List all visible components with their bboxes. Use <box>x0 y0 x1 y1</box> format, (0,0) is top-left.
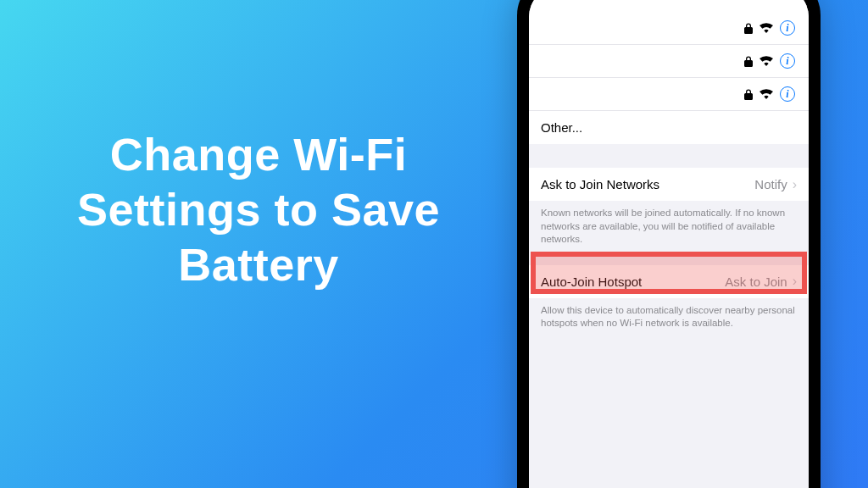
network-icons: i <box>744 86 797 102</box>
ask-join-footer: Known networks will be joined automatica… <box>529 201 809 255</box>
network-list-section: i i <box>529 0 809 144</box>
network-icons: i <box>744 53 797 69</box>
auto-hotspot-footer: Allow this device to automatically disco… <box>529 298 809 339</box>
auto-hotspot-value: Ask to Join <box>725 274 787 289</box>
info-icon[interactable]: i <box>780 20 795 36</box>
lock-icon <box>744 89 753 100</box>
auto-hotspot-label: Auto-Join Hotspot <box>541 274 725 289</box>
other-network-row[interactable]: Other... <box>529 110 809 144</box>
wifi-icon <box>760 23 773 33</box>
auto-hotspot-section: Auto-Join Hotspot Ask to Join › <box>529 265 809 298</box>
ask-join-section: Ask to Join Networks Notify › <box>529 168 809 201</box>
ask-join-value: Notify <box>754 177 787 191</box>
phone-screen: i i <box>529 0 809 488</box>
network-row[interactable]: i <box>529 44 809 77</box>
chevron-right-icon: › <box>793 274 797 288</box>
lock-icon <box>744 23 753 34</box>
section-spacer <box>529 144 809 168</box>
lock-icon <box>744 56 753 67</box>
chevron-right-icon: › <box>793 178 797 191</box>
other-label: Other... <box>541 120 797 135</box>
headline-text: Change Wi-Fi Settings to Save Battery <box>34 127 483 291</box>
wifi-icon <box>760 56 773 66</box>
canvas: Change Wi-Fi Settings to Save Battery i <box>0 0 868 488</box>
wifi-icon <box>760 89 773 99</box>
info-icon[interactable]: i <box>780 53 795 69</box>
auto-hotspot-row[interactable]: Auto-Join Hotspot Ask to Join › <box>529 265 809 298</box>
section-spacer <box>529 255 809 265</box>
phone-frame: i i <box>517 0 821 488</box>
ask-join-row[interactable]: Ask to Join Networks Notify › <box>529 168 809 201</box>
ask-join-label: Ask to Join Networks <box>541 177 754 191</box>
network-row[interactable]: i <box>529 77 809 110</box>
network-icons: i <box>744 20 797 36</box>
network-row[interactable]: i <box>529 12 809 44</box>
info-icon[interactable]: i <box>780 86 795 102</box>
